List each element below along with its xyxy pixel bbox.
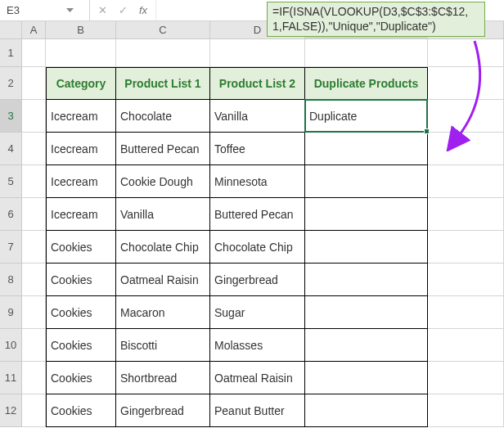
col-header-A[interactable]: A — [22, 21, 46, 39]
cell-E8[interactable] — [305, 264, 428, 296]
cell-B5[interactable]: Icecream — [46, 165, 116, 198]
cell-C9[interactable]: Macaron — [116, 296, 210, 329]
cell-E7[interactable] — [305, 231, 428, 264]
cell-A2[interactable] — [22, 67, 46, 100]
cell-D11[interactable]: Oatmeal Raisin — [210, 362, 305, 394]
cell-tail-5[interactable] — [428, 165, 504, 198]
cell-D9[interactable]: Sugar — [210, 296, 305, 329]
cell-A1[interactable] — [22, 39, 46, 67]
grid-row-1 — [22, 39, 504, 67]
name-box-dropdown[interactable] — [64, 5, 75, 16]
cell-E3[interactable]: Duplicate — [305, 100, 428, 133]
fx-label[interactable]: fx — [139, 4, 147, 16]
cell-tail-2[interactable] — [428, 67, 504, 100]
cell-C8[interactable]: Oatmeal Raisin — [116, 264, 210, 296]
row-header-2[interactable]: 2 — [0, 67, 22, 100]
cell-tail-11[interactable] — [428, 362, 504, 394]
cell-tail-4[interactable] — [428, 133, 504, 165]
cancel-icon[interactable]: ✕ — [98, 4, 107, 16]
cell-E4[interactable] — [305, 133, 428, 165]
cell-E12[interactable] — [305, 394, 428, 427]
cell-C6[interactable]: Vanilla — [116, 198, 210, 231]
cell-A3[interactable] — [22, 100, 46, 133]
cell-C10[interactable]: Biscotti — [116, 329, 210, 362]
cell-B12[interactable]: Cookies — [46, 394, 116, 427]
cell-A8[interactable] — [22, 264, 46, 296]
cell-C4[interactable]: Buttered Pecan — [116, 133, 210, 165]
header-category[interactable]: Category — [46, 67, 116, 100]
header-product-list-2[interactable]: Product List 2 — [210, 67, 305, 100]
cell-C3[interactable]: Chocolate — [116, 100, 210, 133]
cell-E6[interactable] — [305, 198, 428, 231]
check-icon[interactable]: ✓ — [119, 4, 128, 16]
cell-B8[interactable]: Cookies — [46, 264, 116, 296]
cell-tail-10[interactable] — [428, 329, 504, 362]
row-header-1[interactable]: 1 — [0, 39, 22, 67]
cell-A11[interactable] — [22, 362, 46, 394]
row-header-7[interactable]: 7 — [0, 231, 22, 264]
cell-D1[interactable] — [210, 39, 305, 67]
cell-D5[interactable]: Minnesota — [210, 165, 305, 198]
cell-B7[interactable]: Cookies — [46, 231, 116, 264]
cell-C5[interactable]: Cookie Dough — [116, 165, 210, 198]
cell-tail-8[interactable] — [428, 264, 504, 296]
name-box[interactable] — [7, 4, 64, 16]
cell-B3[interactable]: Icecream — [46, 100, 116, 133]
row-header-8[interactable]: 8 — [0, 264, 22, 296]
cell-tail-9[interactable] — [428, 296, 504, 329]
col-header-C[interactable]: C — [116, 21, 210, 39]
cell-E9[interactable] — [305, 296, 428, 329]
cell-E10[interactable] — [305, 329, 428, 362]
cell-B4[interactable]: Icecream — [46, 133, 116, 165]
row-header-6[interactable]: 6 — [0, 198, 22, 231]
grid-row-8: Cookies Oatmeal Raisin Gingerbread — [22, 264, 504, 296]
name-box-container — [0, 0, 90, 20]
cell-C11[interactable]: Shortbread — [116, 362, 210, 394]
cell-B10[interactable]: Cookies — [46, 329, 116, 362]
cell-C7[interactable]: Chocolate Chip — [116, 231, 210, 264]
cell-E5[interactable] — [305, 165, 428, 198]
row-header-9[interactable]: 9 — [0, 296, 22, 329]
cell-D6[interactable]: Buttered Pecan — [210, 198, 305, 231]
formula-tooltip-line2: 1,FALSE)),"Unique","Duplicate") — [272, 20, 479, 34]
cell-D4[interactable]: Toffee — [210, 133, 305, 165]
cell-tail-7[interactable] — [428, 231, 504, 264]
cell-tail-6[interactable] — [428, 198, 504, 231]
cell-A7[interactable] — [22, 231, 46, 264]
row-header-12[interactable]: 12 — [0, 394, 22, 427]
cell-A12[interactable] — [22, 394, 46, 427]
cell-tail-1[interactable] — [428, 39, 504, 67]
cell-E1[interactable] — [305, 39, 428, 67]
grid-row-11: Cookies Shortbread Oatmeal Raisin — [22, 362, 504, 394]
row-header-5[interactable]: 5 — [0, 165, 22, 198]
cell-A10[interactable] — [22, 329, 46, 362]
cell-D7[interactable]: Chocolate Chip — [210, 231, 305, 264]
cell-D3[interactable]: Vanilla — [210, 100, 305, 133]
row-header-11[interactable]: 11 — [0, 362, 22, 394]
col-header-B[interactable]: B — [46, 21, 116, 39]
cell-A9[interactable] — [22, 296, 46, 329]
cell-tail-3[interactable] — [428, 100, 504, 133]
cell-B1[interactable] — [46, 39, 116, 67]
cell-E11[interactable] — [305, 362, 428, 394]
cell-B11[interactable]: Cookies — [46, 362, 116, 394]
grid-row-12: Cookies Gingerbread Peanut Butter — [22, 394, 504, 427]
cell-A4[interactable] — [22, 133, 46, 165]
cell-B6[interactable]: Icecream — [46, 198, 116, 231]
cell-A6[interactable] — [22, 198, 46, 231]
cell-D10[interactable]: Molasses — [210, 329, 305, 362]
cell-C12[interactable]: Gingerbread — [116, 394, 210, 427]
cell-A5[interactable] — [22, 165, 46, 198]
cell-D8[interactable]: Gingerbread — [210, 264, 305, 296]
cell-D12[interactable]: Peanut Butter — [210, 394, 305, 427]
cell-tail-12[interactable] — [428, 394, 504, 427]
row-header-3[interactable]: 3 — [0, 100, 22, 133]
formula-controls: ✕ ✓ fx — [90, 0, 156, 20]
row-header-10[interactable]: 10 — [0, 329, 22, 362]
cell-B9[interactable]: Cookies — [46, 296, 116, 329]
row-header-4[interactable]: 4 — [0, 133, 22, 165]
select-all-corner[interactable] — [0, 21, 22, 39]
cell-C1[interactable] — [116, 39, 210, 67]
header-duplicate-products[interactable]: Duplicate Products — [305, 67, 428, 100]
header-product-list-1[interactable]: Product List 1 — [116, 67, 210, 100]
